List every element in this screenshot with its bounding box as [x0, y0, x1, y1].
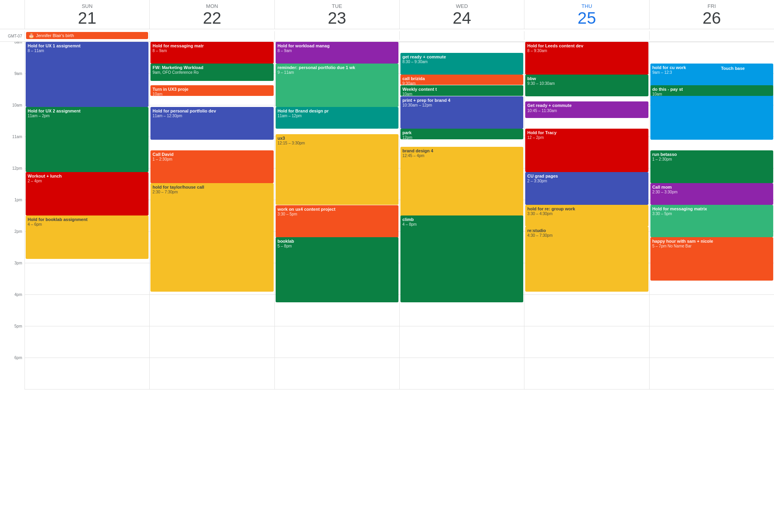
- allday-cells: 🎂 Jennifer Blair's birth: [24, 31, 774, 40]
- birthday-event[interactable]: 🎂 Jennifer Blair's birth: [26, 32, 148, 39]
- day-header-26[interactable]: Fri 26: [649, 0, 774, 29]
- event-title: brand design 4: [402, 148, 521, 154]
- event-title: Turn in UX3 proje: [152, 86, 271, 92]
- event-time: 8 – 9am: [278, 49, 396, 53]
- day-header-25[interactable]: Thu 25: [524, 0, 649, 29]
- event-wed-call-brizida[interactable]: call brizida9:30am: [400, 75, 523, 85]
- day-name: Sun: [25, 3, 149, 9]
- event-time: 2:30 – 3:30pm: [652, 190, 771, 194]
- event-thu-re:studio[interactable]: re:studio4:30 – 7:30pm: [525, 227, 648, 292]
- event-mon-hold-for-messaging-m[interactable]: Hold for messaging matr8 – 9am: [150, 42, 273, 64]
- event-title: Call David: [152, 152, 271, 157]
- event-sun-hold-for-ux-2-assign[interactable]: Hold for UX 2 assignment11am – 2pm: [26, 107, 148, 172]
- event-thu-hold-for-tracy[interactable]: Hold for Tracy12 – 2pm: [525, 129, 648, 172]
- calendar-wrapper: Sun 21Mon 22Tue 23Wed 24Thu 25Fri 26 GMT…: [0, 0, 774, 532]
- event-thu-cu-grad-pages[interactable]: CU grad pages2 – 3:30pm: [525, 172, 648, 205]
- event-title: print + prep for brand 4: [402, 97, 521, 103]
- event-thu-hold-for-re:-group-w[interactable]: hold for re: group work3:30 – 4:30pm: [525, 205, 648, 227]
- day-name: Wed: [400, 3, 524, 9]
- event-time: 2 – 4pm: [28, 179, 147, 183]
- time-column: 8am9am10am11am12pm1pm2pm3pm4pm5pm6pm: [0, 42, 24, 389]
- event-wed-weekly-content-t[interactable]: Weekly content t10am: [400, 85, 523, 96]
- event-sun-workout-+-lunch[interactable]: Workout + lunch2 – 4pm: [26, 172, 148, 215]
- event-fri-hold-for-cu-work[interactable]: hold for cu work9am – 12:3: [650, 64, 773, 140]
- event-title: Hold for UX 1 assignemnt: [28, 43, 147, 49]
- event-title: run betasso: [652, 152, 771, 157]
- day-header-22[interactable]: Mon 22: [149, 0, 274, 29]
- event-fri-do-this---pay-st[interactable]: do this - pay st10am: [650, 85, 773, 96]
- event-time: 10am: [652, 92, 771, 96]
- event-thu-hold-for-leeds-conte[interactable]: Hold for Leeds content dev8 – 9:30am: [525, 42, 648, 75]
- event-mon-hold-for-taylor/hous[interactable]: hold for taylor/house call2:30 – 7:30pm: [150, 183, 273, 292]
- event-thu-get-ready-+-commute[interactable]: Get ready + commute10:45 – 11:30am: [525, 101, 648, 118]
- event-mon-turn-in-ux3-proje[interactable]: Turn in UX3 proje10am: [150, 85, 273, 96]
- event-tue-hold-for-brand-desig[interactable]: Hold for Brand design pr11am – 12pm: [276, 107, 398, 129]
- time-label-1pm: 1pm: [15, 198, 22, 202]
- event-wed-print-+-prep-for-bra[interactable]: print + prep for brand 410:30am – 12pm: [400, 96, 523, 129]
- event-time: 8:30 – 9:30am: [402, 60, 521, 64]
- event-time: 11am – 12pm: [278, 114, 396, 118]
- time-label-3pm: 3pm: [15, 261, 22, 265]
- day-name: Fri: [650, 3, 774, 9]
- day-num: 23: [275, 9, 399, 27]
- birthday-icon: 🎂: [28, 33, 34, 38]
- time-label-6pm: 6pm: [15, 356, 22, 360]
- event-tue-booklab[interactable]: booklab5 – 8pm: [276, 237, 398, 302]
- day-header-23[interactable]: Tue 23: [274, 0, 399, 29]
- event-time: 3:30 – 5pm: [278, 212, 396, 216]
- event-time: 5 – 8pm: [278, 244, 396, 248]
- calendar-body[interactable]: 8am9am10am11am12pm1pm2pm3pm4pm5pm6pm Tou…: [0, 42, 774, 532]
- event-title: Workout + lunch: [28, 173, 147, 179]
- day-col-tue: Hold for workload manag8 – 9amreminder: …: [274, 42, 399, 389]
- hour-line-11: [24, 389, 774, 390]
- day-name: Mon: [150, 3, 274, 9]
- day-num: 25: [524, 9, 649, 27]
- event-fri-run-betasso[interactable]: run betasso1 – 2:30pm: [650, 150, 773, 183]
- event-wed-brand-design-4[interactable]: brand design 412:45 – 4pm: [400, 147, 523, 217]
- day-col-wed: get ready + commute8:30 – 9:30amcall bri…: [399, 42, 524, 389]
- event-wed-park[interactable]: park12pm: [400, 129, 523, 139]
- gmt-label: GMT-07: [0, 32, 24, 38]
- event-fri-call-mom[interactable]: Call mom2:30 – 3:30pm: [650, 183, 773, 205]
- day-name: Thu: [524, 3, 649, 9]
- time-label-10am: 10am: [12, 103, 22, 107]
- day-col-thu: Hold for Leeds content dev8 – 9:30ambbw9…: [524, 42, 649, 389]
- event-title: Hold for booklab assignment: [28, 217, 147, 222]
- event-time: 9am, OFO Conference Ro: [152, 70, 271, 75]
- event-title: re:studio: [527, 228, 646, 233]
- event-mon-fw:-marketing-worklo[interactable]: FW: Marketing Workload9am, OFO Conferenc…: [150, 64, 273, 81]
- event-tue-ux3[interactable]: ux312:15 – 3:30pm: [276, 134, 398, 205]
- event-title: FW: Marketing Workload: [152, 65, 271, 70]
- event-mon-hold-for-personal-po[interactable]: Hold for personal portfolio dev11am – 12…: [150, 107, 273, 140]
- event-time: 2 – 3:30pm: [527, 179, 646, 183]
- event-wed-get-ready-+-commute[interactable]: get ready + commute8:30 – 9:30am: [400, 53, 523, 75]
- event-sun-hold-for-booklab-ass[interactable]: Hold for booklab assignment4 – 6pm: [26, 215, 148, 259]
- event-wed-climb[interactable]: climb4 – 8pm: [400, 215, 523, 302]
- day-num: 26: [650, 9, 774, 27]
- event-tue-work-on-ux4-content-[interactable]: work on ux4 content project3:30 – 5pm: [276, 205, 398, 238]
- event-mon-call-david[interactable]: Call David1 – 2:30pm: [150, 150, 273, 183]
- event-title: climb: [402, 217, 521, 222]
- event-title: hold for cu work: [652, 65, 771, 70]
- event-time: 4 – 8pm: [402, 222, 521, 227]
- event-title: Hold for UX 2 assignment: [28, 108, 147, 114]
- event-title: Hold for workload manag: [278, 43, 396, 49]
- event-sun-hold-for-ux-1-assign[interactable]: Hold for UX 1 assignemnt8 – 11am: [26, 42, 148, 107]
- event-time: 1 – 2:30pm: [652, 157, 771, 161]
- event-fri-hold-for-messaging-m[interactable]: Hold for messaging matrix3:30 – 5pm: [650, 205, 773, 238]
- event-title: Hold for messaging matrix: [652, 206, 771, 212]
- event-title: Weekly content t: [402, 86, 521, 92]
- event-thu-bbw[interactable]: bbw9:30 – 10:30am: [525, 75, 648, 96]
- day-header-21[interactable]: Sun 21: [24, 0, 149, 29]
- touch-base-popup[interactable]: Touch base: [718, 64, 748, 72]
- event-time: 4 – 6pm: [28, 222, 147, 227]
- day-name: Tue: [275, 3, 399, 9]
- event-title: booklab: [278, 238, 396, 244]
- time-gutter-header: [0, 0, 24, 29]
- event-time: 12:45 – 4pm: [402, 154, 521, 158]
- event-title: Get ready + commute: [527, 103, 646, 108]
- day-header-24[interactable]: Wed 24: [399, 0, 524, 29]
- event-fri-happy-hour-with-sam-[interactable]: happy hour with sam + nicole5 – 7pm No N…: [650, 237, 773, 281]
- event-tue-reminder:-personal-p[interactable]: reminder: personal portfolio due 1 wk9 –…: [276, 64, 398, 107]
- event-tue-hold-for-workload-ma[interactable]: Hold for workload manag8 – 9am: [276, 42, 398, 64]
